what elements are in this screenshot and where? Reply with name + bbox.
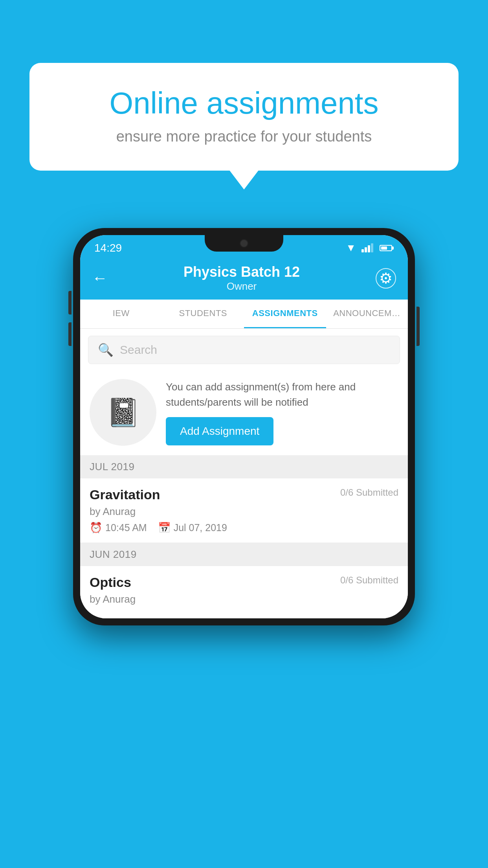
add-assignment-button[interactable]: Add Assignment (166, 417, 273, 445)
assignment-time-value: 10:45 AM (105, 522, 147, 533)
clock-icon: ⏰ (90, 522, 102, 534)
phone-body: 14:29 ▼ (73, 228, 415, 625)
tab-students[interactable]: STUDENTS (162, 300, 244, 328)
month-section-jun: JUN 2019 (80, 543, 408, 566)
back-button[interactable]: ← (92, 269, 108, 287)
assignment-optics[interactable]: Optics 0/6 Submitted by Anurag (80, 566, 408, 618)
assignment-by-gravitation: by Anurag (90, 506, 398, 518)
assignment-name-gravitation: Gravitation (90, 487, 160, 502)
speech-bubble-container: Online assignments ensure more practice … (29, 63, 459, 171)
wifi-icon: ▼ (346, 242, 356, 254)
assignment-name-optics: Optics (90, 575, 131, 590)
app-header: ← Physics Batch 12 Owner ⚙ (80, 257, 408, 300)
phone-notch (205, 235, 283, 252)
tab-iew[interactable]: IEW (80, 300, 162, 328)
bubble-subtitle: ensure more practice for your students (57, 128, 431, 145)
assignment-top-row: Gravitation 0/6 Submitted (90, 487, 398, 502)
search-placeholder: Search (120, 343, 157, 357)
assignment-gravitation[interactable]: Gravitation 0/6 Submitted by Anurag ⏰ 10… (80, 478, 408, 543)
calendar-icon: 📅 (158, 522, 171, 534)
assignment-submitted-optics: 0/6 Submitted (340, 575, 398, 586)
search-bar[interactable]: 🔍 Search (88, 336, 400, 364)
add-assignment-promo: 📓 You can add assignment(s) from here an… (80, 371, 408, 455)
assignment-top-row-optics: Optics 0/6 Submitted (90, 575, 398, 590)
assignment-time: ⏰ 10:45 AM (90, 522, 147, 534)
search-icon: 🔍 (98, 342, 114, 357)
month-label-jun: JUN 2019 (90, 548, 137, 560)
tab-assignments[interactable]: ASSIGNMENTS (244, 300, 326, 328)
front-camera (240, 239, 248, 248)
battery-icon (380, 245, 394, 251)
status-icons: ▼ (346, 242, 394, 254)
header-title: Physics Batch 12 (183, 264, 300, 280)
tab-announcements[interactable]: ANNOUNCEM… (326, 300, 408, 328)
promo-description: You can add assignment(s) from here and … (166, 379, 398, 410)
search-container: 🔍 Search (80, 329, 408, 371)
notebook-icon: 📓 (106, 396, 140, 428)
status-time: 14:29 (94, 242, 122, 254)
speech-bubble: Online assignments ensure more practice … (29, 63, 459, 171)
settings-icon[interactable]: ⚙ (376, 268, 396, 289)
tab-bar: IEW STUDENTS ASSIGNMENTS ANNOUNCEM… (80, 300, 408, 329)
volume-down-button (68, 322, 72, 346)
assignment-by-optics: by Anurag (90, 593, 398, 605)
header-subtitle: Owner (183, 280, 300, 292)
power-button (416, 307, 420, 346)
promo-text-area: You can add assignment(s) from here and … (166, 379, 398, 445)
promo-icon-circle: 📓 (90, 379, 156, 446)
volume-up-button (68, 291, 72, 314)
phone-screen: 14:29 ▼ (80, 235, 408, 618)
header-center: Physics Batch 12 Owner (183, 264, 300, 292)
month-label-jul: JUL 2019 (90, 461, 134, 473)
assignment-submitted-gravitation: 0/6 Submitted (340, 487, 398, 498)
month-section-jul: JUL 2019 (80, 455, 408, 478)
signal-icon (361, 243, 373, 252)
assignment-meta-gravitation: ⏰ 10:45 AM 📅 Jul 07, 2019 (90, 522, 398, 534)
assignment-date: 📅 Jul 07, 2019 (158, 522, 227, 534)
bubble-title: Online assignments (57, 86, 431, 120)
phone-mockup: 14:29 ▼ (73, 228, 415, 625)
assignment-date-value: Jul 07, 2019 (174, 522, 227, 533)
